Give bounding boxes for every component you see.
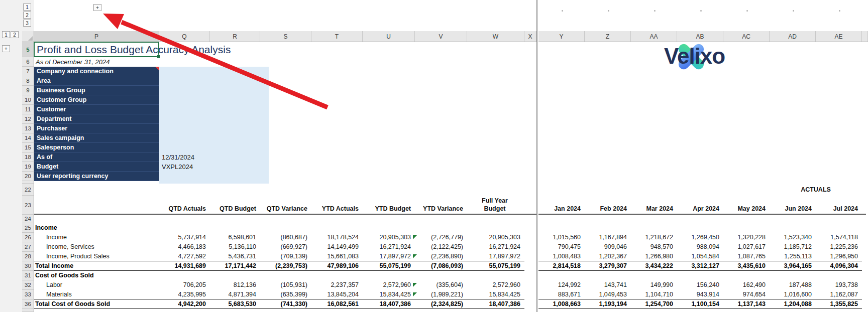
column-header-T[interactable]: T [311,31,363,42]
cell-value[interactable]: 1,523,340 [770,233,816,242]
row-outline-level-2-button[interactable]: 2 [11,31,19,38]
cell-value[interactable]: 1,100,154 [677,299,723,309]
row-outline-level-1-button[interactable]: 1 [2,31,10,38]
cell-value[interactable]: 1,193,194 [585,299,631,309]
row-header-14[interactable]: 14 [22,133,34,143]
cell-value[interactable]: 2,237,357 [311,280,363,290]
cell-value[interactable]: 1,016,600 [770,290,816,299]
cell-value[interactable]: 1,015,560 [538,233,585,242]
cell-value[interactable]: (105,931) [260,280,311,290]
param-value-as-of[interactable]: 12/31/2024 [162,152,194,162]
row-header-32[interactable]: 32 [22,280,34,290]
table-header-jul-[interactable]: Jul 2024 [816,196,862,215]
cell-value[interactable]: 1,574,118 [816,233,862,242]
cell-value[interactable]: 149,990 [631,280,677,290]
param-label-as-of[interactable]: As of [34,152,159,162]
cell-value[interactable]: (2,324,825) [415,299,467,309]
cell-value[interactable]: 2,572,960 [467,280,524,290]
filter-label-customer-group[interactable]: Customer Group [34,95,159,105]
cell-value[interactable]: 1,167,894 [585,233,631,242]
cell-value[interactable]: 1,087,765 [723,252,770,261]
cell-value[interactable]: 1,255,113 [770,252,816,261]
cell-value[interactable]: (860,687) [260,233,311,242]
cell-value[interactable]: 4,235,995 [159,290,210,299]
cell-value[interactable]: 3,964,165 [770,261,816,271]
row-header-10[interactable]: 10 [22,95,34,105]
row-label-cost-of-goods-sold[interactable]: Cost of Goods Sold [35,271,94,280]
table-header-ytd-budget[interactable]: YTD Budget [363,196,415,215]
cell-value[interactable]: 3,279,307 [585,261,631,271]
cell-value[interactable]: 4,942,200 [159,299,210,309]
cell-value[interactable]: 18,407,386 [467,299,524,309]
cell-value[interactable]: 5,683,530 [210,299,260,309]
cell-value[interactable]: 156,240 [677,280,723,290]
cell-value[interactable]: 1,049,453 [585,290,631,299]
cell-value[interactable]: 2,572,960 [363,280,415,290]
row-label-income-services[interactable]: Income, Services [46,242,94,252]
column-group-expand-button[interactable]: + [93,4,101,11]
cell-value[interactable]: 4,466,183 [159,242,210,252]
column-header-V[interactable]: V [415,31,467,42]
cell-value[interactable]: 15,661,083 [311,252,363,261]
row-header-12[interactable]: 12 [22,114,34,124]
table-header-feb-[interactable]: Feb 2024 [585,196,631,215]
selected-cell-outline[interactable] [34,42,159,57]
cell-value[interactable]: 20,905,303 [467,233,524,242]
cell-value[interactable]: 2,814,518 [538,261,585,271]
column-header-AC[interactable]: AC [723,31,770,42]
row-group-expand-button[interactable]: + [2,45,10,52]
cell-value[interactable]: 193,738 [816,280,862,290]
cell-value[interactable]: 883,671 [538,290,585,299]
cell-value[interactable]: 1,008,663 [538,299,585,309]
cell-value[interactable]: 124,992 [538,280,585,290]
filter-label-salesperson[interactable]: Salesperson [34,143,159,152]
filter-label-sales-campaign[interactable]: Sales campaign [34,133,159,143]
filter-label-company-and-connection[interactable]: Company and connection [34,67,159,76]
row-header-36[interactable]: 36 [22,299,34,309]
cell-value[interactable]: 143,741 [585,280,631,290]
cell-value[interactable]: 55,075,199 [363,261,415,271]
cell-value[interactable]: (2,239,753) [260,261,311,271]
cell-value[interactable]: 16,082,561 [311,299,363,309]
row-header-11[interactable]: 11 [22,105,34,114]
select-all-corner[interactable] [22,31,34,42]
cell-value[interactable]: (2,122,425) [415,242,467,252]
column-header-R[interactable]: R [210,31,260,42]
cell-value[interactable]: 3,434,222 [631,261,677,271]
column-header-Z[interactable]: Z [585,31,631,42]
cell-value[interactable]: 20,905,303 [363,233,415,242]
column-header-AE[interactable]: AE [816,31,862,42]
row-header-22[interactable]: 22 [22,184,34,196]
cell-value[interactable]: 17,171,442 [210,261,260,271]
cell-value[interactable]: 1,162,087 [816,290,862,299]
row-header-24[interactable]: 24 [22,215,34,223]
cell-value[interactable]: 55,075,199 [467,261,524,271]
cell-value[interactable]: 187,488 [770,280,816,290]
column-header-W[interactable]: W [467,31,524,42]
param-label-user-reporting-currency[interactable]: User reporting currency [34,172,159,181]
cell-value[interactable]: (1,989,221) [415,290,467,299]
cell-value[interactable]: 18,178,524 [311,233,363,242]
cell-value[interactable]: 1,218,672 [631,233,677,242]
column-header-S[interactable]: S [260,31,311,42]
cell-value[interactable]: 1,027,617 [723,242,770,252]
cell-value[interactable]: 1,296,950 [816,252,862,261]
row-header-26[interactable]: 26 [22,233,34,242]
freeze-pane-divider[interactable] [536,0,537,312]
table-header-ytd-variance[interactable]: YTD Variance [415,196,467,215]
cell-value[interactable]: 706,205 [159,280,210,290]
cell-value[interactable]: 1,320,228 [723,233,770,242]
cell-value[interactable]: 943,914 [677,290,723,299]
column-header-AB[interactable]: AB [677,31,723,42]
cell-value[interactable]: 47,989,106 [311,261,363,271]
row-header-30[interactable]: 30 [22,261,34,271]
row-label-income[interactable]: Income [35,223,57,233]
cell-value[interactable]: 18,407,386 [363,299,415,309]
cell-value[interactable]: 4,727,592 [159,252,210,261]
table-header-qtd-variance[interactable]: QTD Variance [260,196,311,215]
cell-value[interactable]: 15,834,425 [467,290,524,299]
filter-label-department[interactable]: Department [34,114,159,124]
table-header-ytd-actuals[interactable]: YTD Actuals [311,196,363,215]
row-header-7[interactable]: 7 [22,67,34,76]
row-label-total-cost-of-goods-sold[interactable]: Total Cost of Goods Sold [35,299,110,309]
